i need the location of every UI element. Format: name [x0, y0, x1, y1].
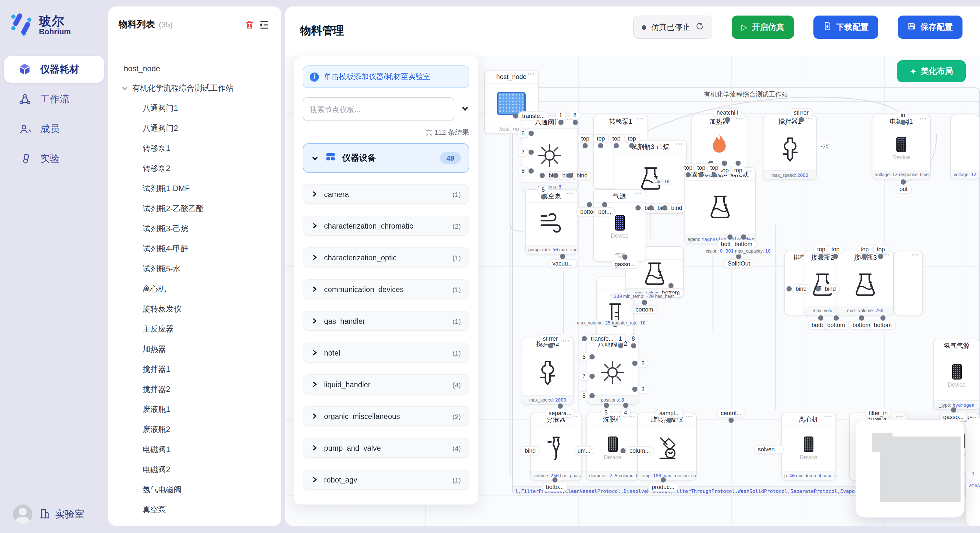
port-chip[interactable]: bottom: [849, 321, 873, 329]
start-simulation-button[interactable]: ▷ 开启仿真: [732, 16, 794, 39]
port-chip[interactable]: 3: [638, 385, 648, 393]
port-chip[interactable]: sampl...: [656, 409, 683, 417]
tree-item[interactable]: 电磁阀2: [119, 460, 271, 480]
port-chip[interactable]: top: [857, 246, 872, 253]
port-chip[interactable]: filter_in: [865, 409, 891, 417]
template-category-item[interactable]: liquid_handler (4): [303, 374, 469, 394]
tree-item[interactable]: 试剂瓶2-乙酸乙酯: [119, 199, 271, 219]
sidebar-item-experiments[interactable]: 实验: [4, 145, 104, 172]
port-chip[interactable]: centrif...: [718, 409, 745, 417]
port-chip[interactable]: 8: [518, 167, 528, 175]
port-chip[interactable]: 5: [601, 409, 611, 416]
template-category-item[interactable]: characterization_chromatic (2): [303, 216, 469, 236]
tree-item[interactable]: 试剂瓶4-甲醇: [119, 239, 271, 259]
node-menu-icon[interactable]: •••: [562, 338, 570, 344]
simulation-status-pill[interactable]: 仿真已停止: [633, 16, 712, 39]
port-chip[interactable]: bot...: [595, 208, 614, 216]
canvas-node[interactable]: 接收瓶3•••max_volume: 250: [837, 251, 894, 316]
port-chip[interactable]: um...: [574, 447, 594, 455]
port-chip[interactable]: 7: [579, 373, 589, 380]
port-chip[interactable]: colum...: [626, 447, 653, 455]
canvas-node[interactable]: 搅拌器1•••max_speed: 2000: [763, 115, 817, 180]
tree-item[interactable]: 转移泵1: [119, 139, 271, 159]
collapse-panel-icon[interactable]: [257, 17, 271, 32]
port-chip[interactable]: transfe...: [587, 335, 617, 343]
tree-item[interactable]: 废液瓶2: [119, 420, 271, 440]
port-chip[interactable]: top: [694, 164, 708, 171]
port-chip[interactable]: bottom: [632, 306, 656, 314]
tree-item[interactable]: 加热器: [119, 339, 271, 359]
canvas-node[interactable]: 真空泵•••pump_rate: 50 max_vacuum: 0.1: [525, 189, 578, 254]
port-chip[interactable]: top: [625, 135, 639, 143]
tree-item[interactable]: 真空泵: [119, 500, 271, 520]
tree-item[interactable]: 八通阀门2: [119, 119, 271, 139]
tree-item[interactable]: 主反应器: [119, 319, 271, 339]
port-chip[interactable]: 4: [620, 409, 630, 416]
port-chip[interactable]: top: [731, 167, 745, 174]
port-chip[interactable]: top: [609, 135, 624, 143]
tree-item[interactable]: 旋转蒸发仪: [119, 299, 271, 319]
bohrium-logo[interactable]: 玻尔 Bohrium: [0, 0, 108, 39]
tree-item[interactable]: 转移泵2: [119, 159, 271, 179]
canvas-node[interactable]: voltage: 12: [950, 115, 980, 179]
tree-item[interactable]: 试剂瓶5-水: [119, 259, 271, 279]
node-menu-icon[interactable]: •••: [527, 71, 535, 77]
avatar[interactable]: [13, 504, 32, 524]
port-chip[interactable]: transfe...: [519, 112, 548, 120]
port-chip[interactable]: 6: [579, 353, 589, 361]
tree-item-workstation[interactable]: 有机化学流程综合测试工作站: [119, 78, 271, 98]
minimap[interactable]: [856, 420, 964, 517]
port-chip[interactable]: bind: [522, 447, 539, 455]
port-chip[interactable]: gasso...: [940, 413, 967, 421]
port-chip[interactable]: out: [896, 185, 911, 193]
port-chip[interactable]: vacuu...: [549, 260, 576, 268]
port-chip[interactable]: 2: [638, 359, 648, 367]
canvas-node[interactable]: 接收瓶2max_volu: [804, 251, 841, 316]
node-menu-icon[interactable]: •••: [825, 414, 832, 420]
node-menu-icon[interactable]: •••: [912, 252, 919, 258]
port-chip[interactable]: bind: [821, 285, 839, 293]
tree-item[interactable]: 搅拌器1: [119, 359, 271, 379]
collapse-templates-icon[interactable]: [461, 103, 469, 115]
port-chip[interactable]: 7: [518, 148, 528, 156]
search-input[interactable]: [303, 97, 454, 121]
node-menu-icon[interactable]: •••: [920, 116, 927, 122]
port-chip[interactable]: top: [593, 135, 608, 143]
port-chip[interactable]: SolidOut: [724, 260, 753, 268]
lab-link[interactable]: 实验室: [39, 508, 84, 521]
tree-item[interactable]: 离心机: [119, 279, 271, 299]
save-config-button[interactable]: 保存配置: [898, 16, 963, 39]
port-chip[interactable]: in: [897, 111, 908, 119]
template-category-item[interactable]: communication_devices (1): [303, 279, 469, 299]
port-chip[interactable]: 8: [579, 392, 589, 400]
port-chip[interactable]: top: [707, 164, 721, 171]
tree-item-host-node[interactable]: host_node: [119, 58, 271, 78]
canvas-node[interactable]: 固体试剂瓶3-氯化镁•••agent: magnesium_chloride p…: [684, 167, 756, 244]
port-chip[interactable]: bind: [668, 204, 686, 212]
port-chip[interactable]: bottom: [731, 240, 756, 248]
node-menu-icon[interactable]: •••: [635, 190, 642, 196]
port-chip[interactable]: bottom: [824, 321, 848, 329]
template-category-item[interactable]: characterization_optic (1): [303, 247, 469, 268]
sidebar-item-workflow[interactable]: 工作流: [4, 86, 104, 113]
template-category-item[interactable]: gas_handler (1): [303, 311, 469, 331]
port-chip[interactable]: heatchill: [713, 109, 741, 117]
port-chip[interactable]: top: [681, 164, 695, 171]
port-chip[interactable]: separa...: [546, 409, 574, 417]
port-chip[interactable]: top: [828, 246, 843, 253]
tree-item[interactable]: 试剂瓶3-己烷: [119, 219, 271, 239]
node-menu-icon[interactable]: •••: [676, 141, 683, 147]
canvas-node[interactable]: 旋转蒸发仪•••temp: 180 max_rotation_speed: [637, 412, 697, 481]
node-menu-icon[interactable]: •••: [896, 414, 904, 420]
port-chip[interactable]: 1: [616, 335, 625, 343]
port-chip[interactable]: top: [814, 246, 828, 253]
beautify-layout-button[interactable]: ✦ 美化布局: [897, 60, 966, 82]
port-chip[interactable]: top: [873, 246, 888, 253]
port-chip[interactable]: produc...: [649, 483, 678, 491]
canvas-node[interactable]: •••: [894, 251, 923, 316]
download-config-button[interactable]: 下载配置: [813, 16, 878, 39]
port-chip[interactable]: bind: [573, 171, 591, 179]
port-chip[interactable]: botto...: [542, 483, 567, 491]
canvas-node[interactable]: 分液器•••volume: 250 has_phases: true: [530, 412, 582, 481]
tree-item[interactable]: 废液瓶1: [119, 400, 271, 420]
